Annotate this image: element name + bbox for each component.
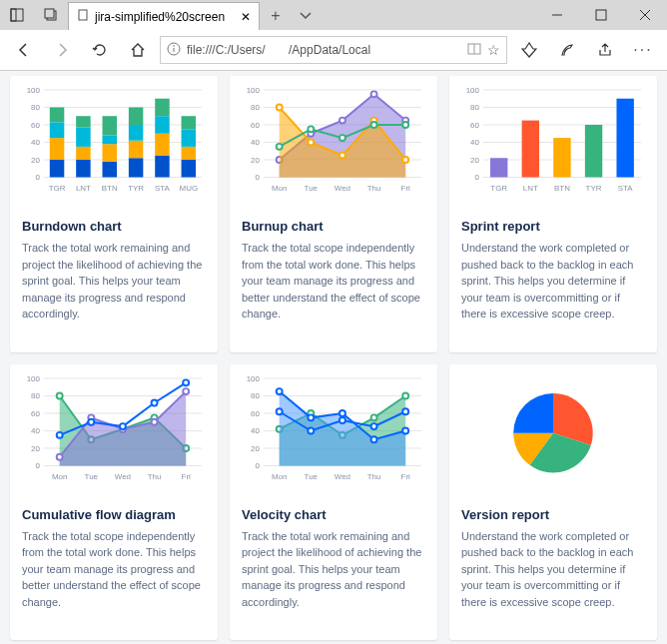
favorite-icon[interactable]: ☆ [487, 42, 500, 58]
svg-rect-48 [155, 156, 169, 178]
svg-text:60: 60 [251, 408, 260, 417]
title-bar: jira-simplified%20screen ✕ + [0, 0, 667, 30]
report-card[interactable]: 020406080100MonTueWedThuFri Burnup chart… [230, 76, 437, 352]
close-window-button[interactable] [623, 0, 667, 30]
svg-text:0: 0 [35, 461, 40, 470]
svg-text:Tue: Tue [305, 184, 319, 193]
chart-thumbnail: 020406080100TGRLNTBTNTYRSTA [461, 86, 645, 211]
svg-rect-47 [129, 107, 143, 125]
report-card[interactable]: Version report Understand the work compl… [449, 364, 657, 641]
minimize-button[interactable] [535, 0, 579, 30]
svg-rect-51 [155, 99, 169, 117]
svg-point-173 [402, 408, 408, 414]
card-description: Understand the work completed or pushed … [461, 240, 645, 322]
svg-text:20: 20 [470, 156, 479, 165]
svg-text:Mon: Mon [272, 472, 287, 481]
svg-point-167 [371, 436, 377, 442]
share-button[interactable] [589, 34, 621, 66]
card-title: Cumulative flow diagram [22, 507, 206, 522]
svg-point-139 [120, 423, 126, 429]
svg-rect-53 [182, 147, 196, 160]
svg-rect-107 [553, 138, 570, 177]
home-button[interactable] [122, 34, 154, 66]
svg-point-86 [371, 122, 377, 128]
svg-rect-54 [182, 129, 196, 147]
svg-rect-109 [616, 99, 633, 178]
svg-text:100: 100 [247, 374, 261, 383]
svg-text:40: 40 [251, 138, 260, 147]
svg-text:20: 20 [251, 443, 260, 452]
svg-point-171 [339, 417, 345, 423]
more-button[interactable]: ··· [627, 34, 659, 66]
chart-thumbnail: 020406080100MonTueWedThuFri [242, 86, 425, 211]
svg-text:80: 80 [31, 103, 40, 112]
refresh-button[interactable] [84, 34, 116, 66]
browser-tab[interactable]: jira-simplified%20screen ✕ [68, 2, 260, 30]
svg-point-141 [183, 379, 189, 385]
svg-point-84 [308, 126, 314, 132]
svg-rect-50 [155, 116, 169, 134]
svg-text:60: 60 [251, 121, 260, 130]
svg-text:Mon: Mon [52, 472, 67, 481]
report-card[interactable]: 020406080100TGRLNTBTNTYRSTAMUG Burndown … [10, 76, 218, 352]
card-title: Burndown chart [22, 219, 206, 234]
task-view-icon[interactable] [0, 0, 34, 30]
svg-point-172 [371, 423, 377, 429]
report-card[interactable]: 020406080100TGRLNTBTNTYRSTA Sprint repor… [449, 76, 657, 352]
tab-menu-icon[interactable] [292, 2, 320, 30]
svg-rect-105 [490, 158, 507, 177]
svg-point-82 [402, 157, 408, 163]
svg-text:Wed: Wed [115, 472, 131, 481]
svg-rect-33 [50, 138, 64, 160]
svg-rect-52 [182, 160, 196, 178]
maximize-button[interactable] [579, 0, 623, 30]
forward-button[interactable] [46, 34, 78, 66]
svg-text:0: 0 [474, 173, 479, 182]
svg-text:TYR: TYR [586, 184, 602, 193]
svg-point-165 [308, 414, 314, 420]
svg-text:TGR: TGR [49, 184, 66, 193]
svg-point-75 [339, 118, 345, 124]
svg-rect-36 [76, 160, 90, 178]
svg-text:BTN: BTN [102, 184, 118, 193]
svg-rect-49 [155, 134, 169, 156]
favorites-button[interactable] [513, 34, 545, 66]
svg-text:20: 20 [31, 156, 40, 165]
info-icon[interactable] [167, 42, 181, 59]
new-tab-button[interactable]: + [262, 2, 290, 30]
svg-text:100: 100 [27, 374, 41, 383]
svg-point-166 [339, 410, 345, 416]
notes-button[interactable] [551, 34, 583, 66]
svg-rect-46 [129, 125, 143, 141]
svg-point-168 [402, 427, 408, 433]
svg-text:Tue: Tue [85, 472, 99, 481]
svg-point-163 [402, 392, 408, 398]
report-card[interactable]: 020406080100MonTueWedThuFri Cumulative f… [10, 364, 218, 641]
svg-text:40: 40 [31, 426, 40, 435]
svg-point-11 [173, 45, 175, 47]
svg-rect-3 [45, 9, 54, 18]
reading-view-icon[interactable] [467, 42, 481, 59]
chart-thumbnail: 020406080100TGRLNTBTNTYRSTAMUG [22, 86, 206, 211]
svg-text:100: 100 [466, 86, 480, 95]
svg-rect-37 [76, 147, 90, 160]
svg-text:Thu: Thu [367, 184, 381, 193]
svg-rect-42 [103, 135, 117, 144]
card-title: Velocity chart [242, 507, 425, 522]
back-button[interactable] [8, 34, 40, 66]
card-title: Burnup chart [242, 219, 425, 234]
svg-rect-45 [129, 141, 143, 159]
svg-point-76 [371, 91, 377, 97]
page-icon [77, 9, 89, 24]
svg-text:20: 20 [31, 443, 40, 452]
svg-text:LNT: LNT [76, 184, 91, 193]
address-bar[interactable]: file:///C:/Users/ /AppData/Local ☆ [160, 36, 507, 64]
svg-text:Wed: Wed [334, 472, 350, 481]
url-text: file:///C:/Users/ /AppData/Local [187, 43, 461, 57]
close-tab-icon[interactable]: ✕ [241, 10, 251, 24]
svg-text:Fri: Fri [182, 472, 191, 481]
svg-text:100: 100 [247, 86, 261, 95]
svg-text:40: 40 [251, 426, 260, 435]
new-window-icon[interactable] [34, 0, 68, 30]
report-card[interactable]: 020406080100MonTueWedThuFri Velocity cha… [230, 364, 437, 641]
